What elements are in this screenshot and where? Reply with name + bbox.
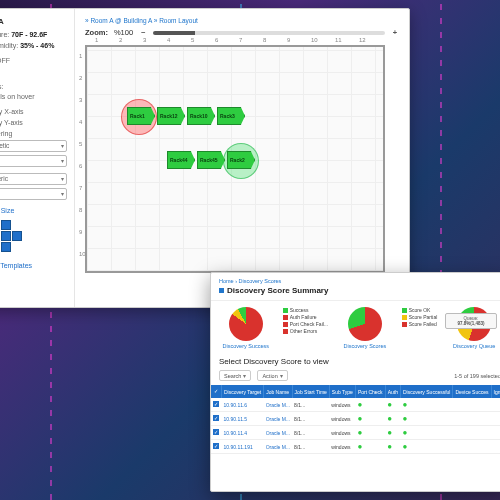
cell	[211, 440, 222, 454]
legend-item: Score Partial	[409, 314, 438, 320]
rack-rack1[interactable]: Rack1	[127, 107, 155, 125]
floor-grid[interactable]: 12345678910111212345678910Rack1Rack12Rac…	[85, 45, 385, 273]
rack-rack44[interactable]: Rack44	[167, 151, 195, 169]
chart-scores-label: Discovery Scores	[338, 343, 392, 349]
table-row[interactable]: 10.90.11.4Oracle M...8/1...windows●●●●or…	[211, 426, 500, 440]
checkbox-all[interactable]	[213, 388, 219, 394]
chart-success: Discovery Success	[219, 307, 273, 349]
zoom-slider[interactable]	[153, 31, 385, 35]
col-header[interactable]: Discovery Target	[222, 385, 264, 398]
cell	[211, 412, 222, 426]
cell	[453, 440, 491, 454]
col-header[interactable]: Device Succes	[453, 385, 491, 398]
action-label: Action	[262, 373, 277, 379]
table-row[interactable]: 10.90.11.191Oracle M...8/1...windows●●●●…	[211, 440, 500, 454]
link-cell[interactable]: Oracle M...	[266, 444, 290, 450]
col-number: 6	[215, 37, 218, 43]
select-score-title: Select Discovery Score to view	[211, 353, 500, 368]
chevron-down-icon: ▾	[61, 175, 64, 183]
status-dot-icon: ●	[402, 428, 407, 437]
search-select[interactable]: Search ▾	[219, 370, 251, 381]
col-header[interactable]: Sub Type	[329, 385, 355, 398]
cell: ●	[355, 440, 385, 454]
chart-queue-label: Discovery Queue	[447, 343, 500, 349]
rack-rack3[interactable]: Rack3	[217, 107, 245, 125]
row-number: 10	[79, 251, 86, 257]
table-row[interactable]: 10.90.11.5Oracle M...8/1...windows●●●●or…	[211, 412, 500, 426]
col-header[interactable]	[211, 385, 222, 398]
link-cell[interactable]: Oracle M...	[266, 416, 290, 422]
cell: 8/1...	[292, 426, 329, 440]
table-row[interactable]: 10.90.11.6Oracle M...8/1...windows●●●●or…	[211, 398, 500, 412]
temp-value: 70F - 92.6F	[11, 31, 47, 38]
col-header[interactable]: Job Start Time	[292, 385, 329, 398]
chevron-down-icon: ▾	[61, 142, 64, 150]
chevron-down-icon: ▾	[280, 372, 283, 379]
chevron-down-icon: ▾	[61, 190, 64, 198]
status-dot-icon: ●	[387, 414, 392, 423]
humidity-row: Humidity: 35% - 46%	[0, 41, 69, 50]
status-dot-icon: ●	[387, 428, 392, 437]
cell: Oracle M...	[264, 412, 292, 426]
chevron-down-icon: ▾	[243, 372, 246, 379]
action-select[interactable]: Action ▾	[257, 370, 287, 381]
col-header[interactable]: Job Name	[264, 385, 292, 398]
room-main: » Room A @ Building A » Room Layout Zoom…	[75, 9, 409, 307]
template-cross-icon[interactable]	[0, 219, 23, 253]
cell: windows	[329, 426, 355, 440]
cell	[453, 412, 491, 426]
col-number: 1	[95, 37, 98, 43]
pie-chart-scores[interactable]	[348, 307, 382, 341]
rack-rack45[interactable]: Rack45	[197, 151, 225, 169]
cell: ●	[355, 412, 385, 426]
cell: windows	[329, 412, 355, 426]
discovery-table: Discovery TargetJob NameJob Start TimeSu…	[211, 385, 500, 454]
discovery-breadcrumb[interactable]: Home › Discovery Scores	[219, 278, 500, 284]
selected-count: 1-5 of 199 selected	[454, 373, 500, 379]
cell	[491, 398, 500, 412]
orientation-select-1[interactable]: abetic ▾	[0, 140, 67, 152]
zoom-row: Zoom: %100 − +	[85, 28, 399, 37]
templates-link[interactable]: ect Templates	[0, 261, 69, 270]
grid-status: is OFF	[0, 56, 69, 65]
row-checkbox[interactable]	[213, 415, 219, 421]
details-text: etails on hover	[0, 92, 69, 101]
table-body: 10.90.11.6Oracle M...8/1...windows●●●●or…	[211, 398, 500, 454]
orientation-select-4[interactable]: ▾	[0, 188, 67, 200]
col-header[interactable]: Port Check	[355, 385, 385, 398]
breadcrumb[interactable]: » Room A @ Building A » Room Layout	[85, 17, 399, 24]
cell: Oracle M...	[264, 440, 292, 454]
link-cell[interactable]: Oracle M...	[266, 430, 290, 436]
orientation-select-2[interactable]: ▾	[0, 155, 67, 167]
table-toolbar: Search ▾ Action ▾ 1-5 of 199 selected	[211, 368, 500, 385]
zoom-in-button[interactable]: +	[391, 28, 399, 37]
link-cell[interactable]: 10.90.11.6	[224, 402, 248, 408]
zoom-out-button[interactable]: −	[139, 28, 147, 37]
link-cell[interactable]: Oracle M...	[266, 402, 290, 408]
legend-item: Port Check Fail...	[290, 321, 328, 327]
link-cell[interactable]: 10.90.11.191	[224, 444, 253, 450]
square-bullet-icon	[219, 288, 224, 293]
col-header[interactable]: Ignored	[491, 385, 500, 398]
status-dot-icon: ●	[357, 414, 362, 423]
orientation-select-3[interactable]: meric ▾	[0, 173, 67, 185]
col-number: 12	[359, 37, 366, 43]
room-size-link[interactable]: om Size	[0, 206, 69, 215]
pie-chart-success[interactable]	[229, 307, 263, 341]
col-number: 9	[287, 37, 290, 43]
link-cell[interactable]: 10.90.11.4	[224, 430, 248, 436]
rack-rack10[interactable]: Rack10	[187, 107, 215, 125]
cell: 8/1...	[292, 412, 329, 426]
col-header[interactable]: Discovery Successful	[400, 385, 453, 398]
col-header[interactable]: Auth	[385, 385, 400, 398]
temp-label: rature:	[0, 31, 9, 38]
row-checkbox[interactable]	[213, 443, 219, 449]
link-cell[interactable]: 10.90.11.5	[224, 416, 248, 422]
row-checkbox[interactable]	[213, 401, 219, 407]
rack-rack2[interactable]: Rack2	[227, 151, 255, 169]
numbering: nbering	[0, 129, 69, 138]
rack-rack12[interactable]: Rack12	[157, 107, 185, 125]
row-checkbox[interactable]	[213, 429, 219, 435]
legend-success: Success Auth Failure Port Check Fail... …	[283, 307, 328, 335]
legend-item: Other Errors	[290, 328, 318, 334]
